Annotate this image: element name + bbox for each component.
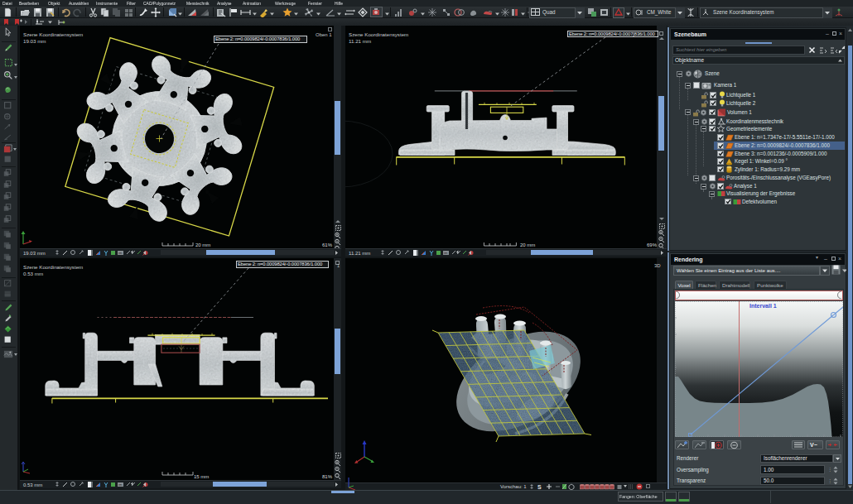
svg-text:S: S: [537, 484, 542, 490]
svg-text:im: im: [118, 251, 123, 255]
svg-text:Intervall 1: Intervall 1: [749, 303, 777, 309]
svg-text:im: im: [118, 482, 123, 487]
svg-text:im: im: [444, 251, 448, 255]
